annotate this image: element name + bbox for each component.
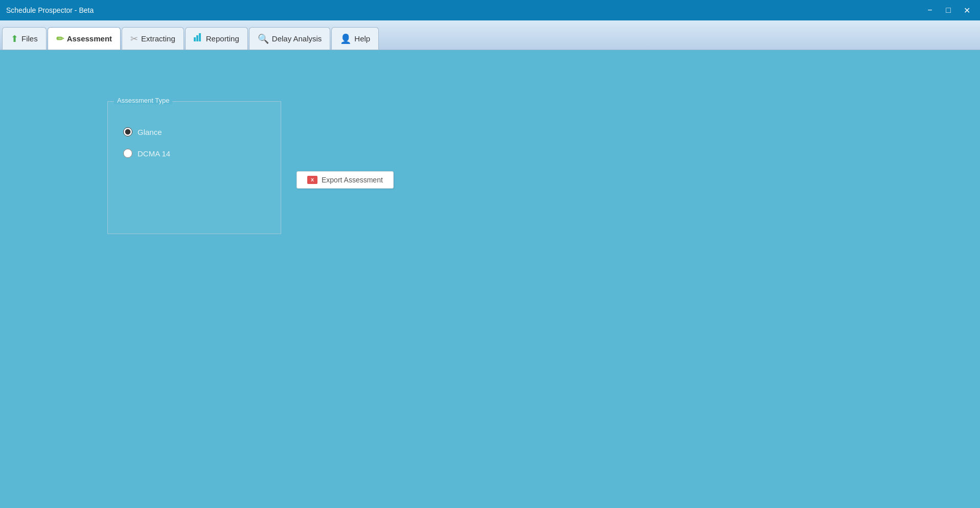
- tab-assessment-label: Assessment: [67, 34, 112, 43]
- tab-extracting-label: Extracting: [141, 34, 175, 43]
- radio-group: Glance DCMA 14: [108, 102, 281, 168]
- extracting-icon: ✂: [130, 33, 138, 44]
- export-assessment-button[interactable]: X Export Assessment: [297, 171, 394, 189]
- radio-glance-label: Glance: [138, 128, 162, 136]
- window-title: Schedule Prospector - Beta: [6, 6, 94, 14]
- close-button[interactable]: ✕: [960, 3, 974, 17]
- tab-bar: ⬆ Files ✏ Assessment ✂ Extracting Report…: [0, 20, 980, 50]
- minimize-button[interactable]: −: [923, 3, 937, 17]
- delay-analysis-icon: 🔍: [258, 33, 269, 44]
- tab-extracting[interactable]: ✂ Extracting: [122, 27, 184, 50]
- radio-dcma14-input[interactable]: [123, 149, 132, 158]
- radio-dcma14-label: DCMA 14: [138, 149, 170, 158]
- tab-help-label: Help: [354, 34, 370, 43]
- tab-assessment[interactable]: ✏ Assessment: [48, 27, 121, 50]
- export-button-label: Export Assessment: [322, 176, 383, 184]
- svg-rect-0: [194, 37, 196, 41]
- radio-glance-input[interactable]: [123, 127, 132, 136]
- tab-help[interactable]: 👤 Help: [331, 27, 379, 50]
- assessment-type-group: Assessment Type Glance DCMA 14: [107, 101, 281, 234]
- tab-delay-analysis-label: Delay Analysis: [272, 34, 322, 43]
- main-content: Assessment Type Glance DCMA 14 X Export …: [0, 50, 980, 508]
- tab-delay-analysis[interactable]: 🔍 Delay Analysis: [249, 27, 331, 50]
- window-controls: − □ ✕: [923, 3, 974, 17]
- group-box-legend: Assessment Type: [114, 97, 172, 104]
- svg-rect-1: [196, 35, 198, 41]
- radio-glance[interactable]: Glance: [123, 127, 265, 136]
- reporting-icon: [194, 33, 203, 44]
- svg-text:X: X: [311, 177, 314, 182]
- title-bar: Schedule Prospector - Beta − □ ✕: [0, 0, 980, 20]
- svg-rect-2: [199, 33, 201, 41]
- help-icon: 👤: [340, 33, 351, 44]
- radio-dcma14[interactable]: DCMA 14: [123, 149, 265, 158]
- assessment-icon: ✏: [56, 33, 64, 44]
- maximize-button[interactable]: □: [941, 3, 955, 17]
- tab-files[interactable]: ⬆ Files: [2, 27, 47, 50]
- tab-reporting-label: Reporting: [206, 34, 239, 43]
- tab-files-label: Files: [21, 34, 38, 43]
- export-icon: X: [307, 176, 317, 184]
- files-icon: ⬆: [11, 33, 18, 44]
- tab-reporting[interactable]: Reporting: [185, 27, 248, 50]
